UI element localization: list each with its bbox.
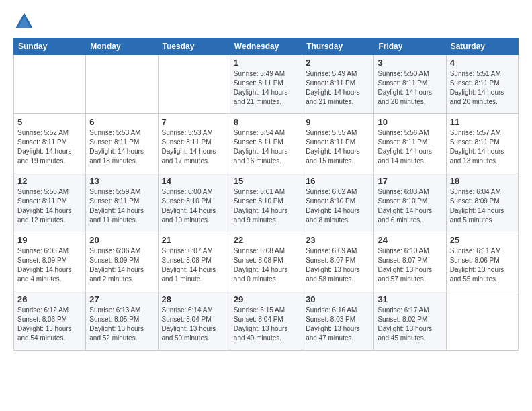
cell-daylight: Daylight: 14 hours and 8 minutes. [306,206,370,225]
cell-info: Sunrise: 5:54 AM Sunset: 8:11 PM Dayligh… [234,128,298,166]
calendar-cell: 17 Sunrise: 6:03 AM Sunset: 8:10 PM Dayl… [374,173,446,232]
cell-info: Sunrise: 6:02 AM Sunset: 8:10 PM Dayligh… [306,187,370,225]
cell-daylight: Daylight: 13 hours and 55 minutes. [450,265,515,284]
calendar-cell: 11 Sunrise: 5:57 AM Sunset: 8:11 PM Dayl… [446,114,518,173]
logo-icon [13,11,35,32]
calendar-cell: 28 Sunrise: 6:14 AM Sunset: 8:04 PM Dayl… [158,291,230,351]
cell-daylight: Daylight: 14 hours and 19 minutes. [17,147,82,166]
cell-date: 21 [162,235,226,245]
calendar-week-row: 12 Sunrise: 5:58 AM Sunset: 8:11 PM Dayl… [14,173,519,232]
cell-date: 23 [306,235,370,245]
calendar-cell: 2 Sunrise: 5:49 AM Sunset: 8:11 PM Dayli… [302,55,374,114]
calendar-cell [158,55,230,114]
cell-date: 6 [89,117,154,127]
cell-info: Sunrise: 5:53 AM Sunset: 8:11 PM Dayligh… [162,128,226,166]
cell-sunrise: Sunrise: 5:53 AM [162,128,226,138]
cell-date: 17 [378,176,442,186]
calendar-cell: 13 Sunrise: 5:59 AM Sunset: 8:11 PM Dayl… [86,173,158,232]
calendar-cell: 15 Sunrise: 6:01 AM Sunset: 8:10 PM Dayl… [230,173,302,232]
cell-date: 9 [306,117,370,127]
cell-sunset: Sunset: 8:08 PM [234,256,298,265]
cell-sunrise: Sunrise: 5:49 AM [234,69,298,79]
cell-daylight: Daylight: 14 hours and 21 minutes. [234,88,298,107]
cell-sunset: Sunset: 8:06 PM [450,256,515,265]
cell-daylight: Daylight: 14 hours and 12 minutes. [17,206,82,225]
cell-info: Sunrise: 6:07 AM Sunset: 8:08 PM Dayligh… [162,246,226,284]
calendar-cell: 12 Sunrise: 5:58 AM Sunset: 8:11 PM Dayl… [14,173,86,232]
cell-daylight: Daylight: 13 hours and 58 minutes. [306,265,370,284]
cell-date: 7 [162,117,226,127]
cell-date: 20 [89,235,154,245]
cell-date: 13 [89,176,154,186]
weekday-header-cell: Tuesday [158,38,230,55]
cell-sunrise: Sunrise: 6:03 AM [378,187,442,197]
cell-daylight: Daylight: 13 hours and 45 minutes. [378,324,442,343]
cell-date: 12 [17,176,82,186]
cell-sunrise: Sunrise: 6:09 AM [306,246,370,256]
calendar-cell: 25 Sunrise: 6:11 AM Sunset: 8:06 PM Dayl… [446,232,518,291]
cell-sunset: Sunset: 8:11 PM [378,138,442,147]
cell-daylight: Daylight: 13 hours and 54 minutes. [17,324,82,343]
weekday-header-cell: Saturday [446,38,518,55]
calendar-cell: 26 Sunrise: 6:12 AM Sunset: 8:06 PM Dayl… [14,291,86,351]
calendar-cell: 16 Sunrise: 6:02 AM Sunset: 8:10 PM Dayl… [302,173,374,232]
cell-sunrise: Sunrise: 6:05 AM [17,246,82,256]
cell-sunset: Sunset: 8:11 PM [89,197,154,206]
cell-daylight: Daylight: 14 hours and 2 minutes. [89,265,154,284]
calendar-cell: 21 Sunrise: 6:07 AM Sunset: 8:08 PM Dayl… [158,232,230,291]
cell-sunset: Sunset: 8:07 PM [306,256,370,265]
cell-sunset: Sunset: 8:10 PM [378,197,442,206]
cell-sunset: Sunset: 8:10 PM [162,197,226,206]
cell-date: 10 [378,117,442,127]
cell-daylight: Daylight: 13 hours and 57 minutes. [378,265,442,284]
cell-sunrise: Sunrise: 5:50 AM [378,69,442,79]
calendar-cell: 24 Sunrise: 6:10 AM Sunset: 8:07 PM Dayl… [374,232,446,291]
cell-daylight: Daylight: 14 hours and 21 minutes. [306,88,370,107]
cell-sunrise: Sunrise: 6:11 AM [450,246,515,256]
cell-sunset: Sunset: 8:11 PM [306,79,370,88]
cell-date: 29 [234,294,298,304]
cell-date: 22 [234,235,298,245]
cell-sunset: Sunset: 8:11 PM [17,197,82,206]
cell-date: 3 [378,58,442,68]
calendar-cell: 3 Sunrise: 5:50 AM Sunset: 8:11 PM Dayli… [374,55,446,114]
cell-sunrise: Sunrise: 5:56 AM [378,128,442,138]
cell-sunset: Sunset: 8:11 PM [234,138,298,147]
cell-sunset: Sunset: 8:11 PM [450,138,515,147]
cell-info: Sunrise: 6:06 AM Sunset: 8:09 PM Dayligh… [89,246,154,284]
calendar-cell: 10 Sunrise: 5:56 AM Sunset: 8:11 PM Dayl… [374,114,446,173]
weekday-header-cell: Friday [374,38,446,55]
cell-info: Sunrise: 6:04 AM Sunset: 8:09 PM Dayligh… [450,187,515,225]
cell-sunset: Sunset: 8:04 PM [234,315,298,324]
calendar-cell: 18 Sunrise: 6:04 AM Sunset: 8:09 PM Dayl… [446,173,518,232]
cell-daylight: Daylight: 14 hours and 5 minutes. [450,206,515,225]
calendar-cell: 8 Sunrise: 5:54 AM Sunset: 8:11 PM Dayli… [230,114,302,173]
cell-sunrise: Sunrise: 5:53 AM [89,128,154,138]
cell-info: Sunrise: 6:08 AM Sunset: 8:08 PM Dayligh… [234,246,298,284]
cell-sunrise: Sunrise: 6:17 AM [378,306,442,315]
cell-daylight: Daylight: 14 hours and 20 minutes. [378,88,442,107]
cell-daylight: Daylight: 13 hours and 52 minutes. [89,324,154,343]
calendar-cell: 9 Sunrise: 5:55 AM Sunset: 8:11 PM Dayli… [302,114,374,173]
cell-sunrise: Sunrise: 6:02 AM [306,187,370,197]
cell-sunrise: Sunrise: 6:14 AM [162,306,226,315]
cell-info: Sunrise: 6:00 AM Sunset: 8:10 PM Dayligh… [162,187,226,225]
cell-sunset: Sunset: 8:09 PM [17,256,82,265]
cell-sunrise: Sunrise: 6:16 AM [306,306,370,315]
cell-info: Sunrise: 5:58 AM Sunset: 8:11 PM Dayligh… [17,187,82,225]
cell-sunset: Sunset: 8:11 PM [89,138,154,147]
cell-daylight: Daylight: 14 hours and 15 minutes. [306,147,370,166]
cell-sunset: Sunset: 8:05 PM [89,315,154,324]
cell-daylight: Daylight: 14 hours and 11 minutes. [89,206,154,225]
calendar-cell: 14 Sunrise: 6:00 AM Sunset: 8:10 PM Dayl… [158,173,230,232]
calendar-week-row: 19 Sunrise: 6:05 AM Sunset: 8:09 PM Dayl… [14,232,519,291]
calendar-table: SundayMondayTuesdayWednesdayThursdayFrid… [13,38,519,351]
calendar-cell: 31 Sunrise: 6:17 AM Sunset: 8:02 PM Dayl… [374,291,446,351]
calendar-cell: 7 Sunrise: 5:53 AM Sunset: 8:11 PM Dayli… [158,114,230,173]
cell-info: Sunrise: 5:52 AM Sunset: 8:11 PM Dayligh… [17,128,82,166]
cell-date: 8 [234,117,298,127]
cell-daylight: Daylight: 14 hours and 0 minutes. [234,265,298,284]
cell-info: Sunrise: 6:15 AM Sunset: 8:04 PM Dayligh… [234,306,298,343]
cell-sunrise: Sunrise: 5:52 AM [17,128,82,138]
cell-sunrise: Sunrise: 5:57 AM [450,128,515,138]
